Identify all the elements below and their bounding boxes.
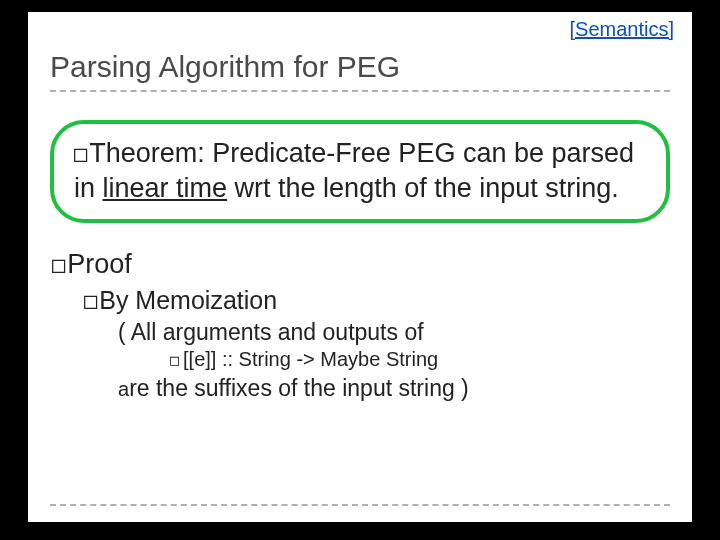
square-bullet-icon: □: [52, 252, 65, 277]
theorem-text: □Theorem: Predicate-Free PEG can be pars…: [74, 136, 646, 205]
small-square-bullet-icon: □: [170, 351, 179, 369]
theorem-callout: □Theorem: Predicate-Free PEG can be pars…: [50, 120, 670, 223]
proof-line2a: a: [118, 378, 129, 400]
proof-heading: □Proof: [52, 249, 670, 280]
title-divider: [50, 90, 670, 92]
proof-sub-by: □By Memoization: [84, 286, 670, 315]
slide: [Semantics] Parsing Algorithm for PEG □T…: [28, 12, 692, 522]
slide-title: Parsing Algorithm for PEG: [50, 50, 670, 84]
proof-label: Proof: [67, 249, 132, 279]
proof-line2b: re the suffixes of the input string ): [129, 375, 469, 401]
proof-args-line: ( All arguments and outputs of: [118, 319, 670, 346]
proof-code-line: □[[e]] :: String -> Maybe String: [170, 348, 670, 371]
theorem-emph: linear time: [103, 173, 228, 203]
proof-suffix-line: are the suffixes of the input string ): [118, 375, 670, 402]
theorem-label: Theorem:: [89, 138, 205, 168]
bottom-divider: [50, 504, 670, 506]
theorem-body-2: wrt the length of the input string.: [227, 173, 619, 203]
proof-code-text: [[e]] :: String -> Maybe String: [183, 348, 438, 370]
square-bullet-icon: □: [74, 140, 87, 168]
topic-tag: [Semantics]: [570, 18, 674, 41]
square-bullet-icon: □: [84, 288, 97, 313]
proof-by-text: By Memoization: [99, 286, 277, 314]
